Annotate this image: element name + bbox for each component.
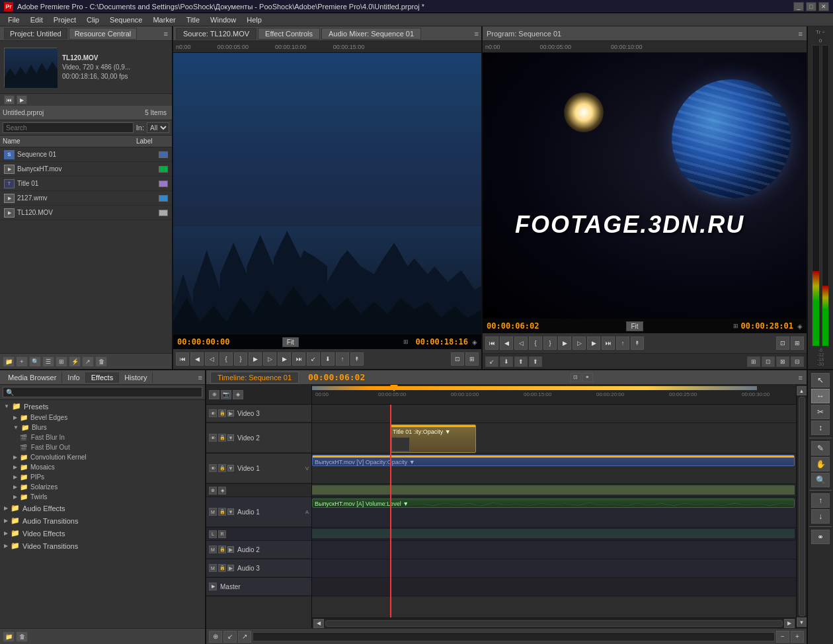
close-button[interactable]: ✕ bbox=[818, 2, 829, 11]
slip-tool-button[interactable]: ↕ bbox=[811, 421, 830, 435]
menu-sequence[interactable]: Sequence bbox=[104, 15, 148, 25]
vypusk-video-clip[interactable]: ВыпускHT.mov [V] Opacity:Opacity ▼ bbox=[312, 455, 795, 466]
src-play-fwd-button[interactable]: ▷ bbox=[263, 352, 276, 366]
menu-project[interactable]: Project bbox=[48, 15, 81, 25]
video2-collapse-button[interactable]: ▼ bbox=[227, 434, 234, 441]
effects-tab[interactable]: Effects bbox=[86, 372, 119, 383]
tl-scroll-left-button[interactable]: ◀ bbox=[313, 619, 324, 628]
tl-scroll-right-button[interactable]: ▶ bbox=[784, 619, 795, 628]
src-out-point-button[interactable]: } bbox=[234, 352, 247, 366]
solarizes-category[interactable]: ▶ 📁 Solarizes bbox=[0, 482, 205, 492]
project-search-input[interactable] bbox=[3, 122, 134, 133]
new-item-button[interactable]: + bbox=[16, 356, 28, 367]
prog-extra-btn4[interactable]: ⬆ bbox=[529, 356, 542, 367]
tl-tool-btn2[interactable]: ↙ bbox=[223, 631, 237, 643]
tl-zoom-out-button[interactable]: − bbox=[776, 631, 789, 643]
prog-step-fwd-button[interactable]: ▶ bbox=[587, 337, 600, 350]
src-play-back-button[interactable]: ◁ bbox=[205, 352, 218, 366]
src-safe-margins-button[interactable]: ⊡ bbox=[451, 352, 464, 366]
twirls-category[interactable]: ▶ 📁 Twirls bbox=[0, 492, 205, 502]
hand-tool-button[interactable]: ✋ bbox=[811, 457, 830, 471]
source-monitor[interactable]: 00:00:00:00 Fit ⊞ 00:00:18:16 ◈ ⏮ ◀ ◁ { … bbox=[173, 53, 481, 369]
prog-out-point-button[interactable]: } bbox=[543, 337, 557, 350]
src-prev-edit-button[interactable]: ⏮ bbox=[176, 352, 189, 366]
audio1-mute-button[interactable]: M bbox=[209, 508, 217, 516]
video1-collapse-button[interactable]: ▼ bbox=[227, 465, 234, 471]
mosaics-category[interactable]: ▶ 📁 Mosaics bbox=[0, 462, 205, 472]
prog-in-point-button[interactable]: { bbox=[529, 337, 542, 350]
audio1-lock-button[interactable]: 🔒 bbox=[218, 508, 226, 516]
link-tool-button[interactable]: ⚭ bbox=[811, 530, 830, 544]
fast-blur-in-item[interactable]: 🎬 Fast Blur In bbox=[0, 432, 205, 442]
list-view-button[interactable]: ☰ bbox=[42, 356, 54, 367]
src-play-button[interactable]: ▶ bbox=[249, 352, 262, 366]
rewind-button[interactable]: ⏮ bbox=[4, 95, 15, 104]
audio3-lock-button[interactable]: 🔒 bbox=[218, 564, 226, 572]
select-tool-button[interactable]: ↖ bbox=[811, 373, 830, 387]
master-expand-button[interactable]: ▶ bbox=[209, 583, 217, 590]
tl-scroll-down-button[interactable]: ▼ bbox=[797, 618, 807, 627]
video2-eye-button[interactable]: 👁 bbox=[209, 434, 217, 442]
audio1-collapse-button[interactable]: ▼ bbox=[227, 508, 234, 515]
project-item-tl120[interactable]: ▶ TL120.MOV bbox=[0, 206, 172, 220]
menu-window[interactable]: Window bbox=[205, 15, 241, 25]
title01-clip[interactable]: Title 01 :ity:Opacity ▼ bbox=[390, 424, 476, 453]
prog-extra-btn5[interactable]: ⊞ bbox=[747, 356, 760, 367]
find-button[interactable]: ↗ bbox=[82, 356, 94, 367]
prog-prev-edit-button[interactable]: ⏮ bbox=[485, 337, 498, 350]
menu-help[interactable]: Help bbox=[241, 15, 267, 25]
prog-safe-margins-button[interactable]: ⊡ bbox=[776, 337, 789, 350]
linked-selection-button[interactable]: ⚭ bbox=[582, 373, 593, 382]
src-overwrite-button[interactable]: ⬇ bbox=[321, 352, 335, 366]
arrow-down-tool-button[interactable]: ↓ bbox=[811, 509, 830, 524]
presets-category[interactable]: ▼ 📁 Presets bbox=[0, 400, 205, 413]
razor-tool-button[interactable]: ✂ bbox=[811, 405, 830, 419]
video-transitions-category[interactable]: ▶ 📁 Video Transitions bbox=[0, 540, 205, 552]
maximize-button[interactable]: □ bbox=[806, 2, 816, 11]
project-tab[interactable]: Project: Untitled bbox=[4, 28, 67, 40]
zoom-tool-button[interactable]: 🔍 bbox=[811, 473, 830, 487]
v1-sub-btn1[interactable]: ⊕ bbox=[209, 487, 217, 495]
prog-play-button[interactable]: ▶ bbox=[558, 337, 571, 350]
effects-search-input[interactable] bbox=[3, 387, 202, 397]
program-fit-button[interactable]: Fit bbox=[626, 321, 643, 331]
video1-eye-button[interactable]: 👁 bbox=[209, 464, 217, 472]
history-tab[interactable]: History bbox=[119, 372, 153, 383]
tl-cam-btn[interactable]: 📷 bbox=[221, 390, 231, 399]
menu-marker[interactable]: Marker bbox=[147, 15, 180, 25]
menu-file[interactable]: File bbox=[3, 15, 25, 25]
project-item-vypusk[interactable]: ▶ ВыпускHT.mov bbox=[0, 162, 172, 177]
audio2-collapse-button[interactable]: ▶ bbox=[227, 546, 234, 553]
video2-lock-button[interactable]: 🔒 bbox=[218, 434, 226, 442]
convolution-category[interactable]: ▶ 📁 Convolution Kernel bbox=[0, 452, 205, 462]
timeline-panel-menu[interactable]: ≡ bbox=[799, 374, 803, 382]
media-browser-tab[interactable]: Media Browser bbox=[3, 372, 62, 383]
menu-clip[interactable]: Clip bbox=[81, 15, 104, 25]
video1-track-content[interactable]: ВыпускHT.mov [V] Opacity:Opacity ▼ bbox=[312, 454, 796, 484]
automate-button[interactable]: ⚡ bbox=[69, 356, 81, 367]
monitor-panel-menu[interactable]: ≡ bbox=[475, 30, 479, 38]
prog-next-edit-button[interactable]: ⏭ bbox=[602, 337, 615, 350]
src-lift-button[interactable]: ↑ bbox=[336, 352, 349, 366]
audio2-lock-button[interactable]: 🔒 bbox=[218, 545, 226, 553]
prog-lift-button[interactable]: ↑ bbox=[616, 337, 629, 350]
audio-transitions-category[interactable]: ▶ 📁 Audio Transitions bbox=[0, 514, 205, 527]
video2-track-content[interactable]: Title 01 :ity:Opacity ▼ bbox=[312, 423, 796, 454]
project-item-2127[interactable]: ▶ 2127.wmv bbox=[0, 191, 172, 206]
resource-central-tab[interactable]: Resource Central bbox=[69, 28, 138, 40]
a1-sub-btn1[interactable]: L bbox=[209, 530, 217, 538]
program-monitor[interactable]: FOOTAGE.3DN.RU bbox=[483, 53, 807, 319]
source-fit-button[interactable]: Fit bbox=[282, 337, 299, 347]
src-next-edit-button[interactable]: ⏭ bbox=[292, 352, 305, 366]
snap-button[interactable]: ⊡ bbox=[571, 373, 581, 382]
blurs-category[interactable]: ▼ 📁 Blurs bbox=[0, 423, 205, 432]
tl-marker-btn[interactable]: ◈ bbox=[233, 390, 243, 399]
play-button[interactable]: ▶ bbox=[17, 95, 27, 104]
effect-controls-tab[interactable]: Effect Controls bbox=[258, 28, 320, 40]
fast-blur-out-item[interactable]: 🎬 Fast Blur Out bbox=[0, 442, 205, 452]
pen-tool-button[interactable]: ✎ bbox=[811, 441, 830, 456]
tl-tool-btn1[interactable]: ⊕ bbox=[209, 631, 222, 643]
delete-effect-button[interactable]: 🗑 bbox=[16, 631, 28, 642]
audio1-track-content[interactable]: ВыпускHT.mov [A] Volume:Level ▼ bbox=[312, 497, 796, 528]
program-panel-menu[interactable]: ≡ bbox=[799, 30, 803, 38]
